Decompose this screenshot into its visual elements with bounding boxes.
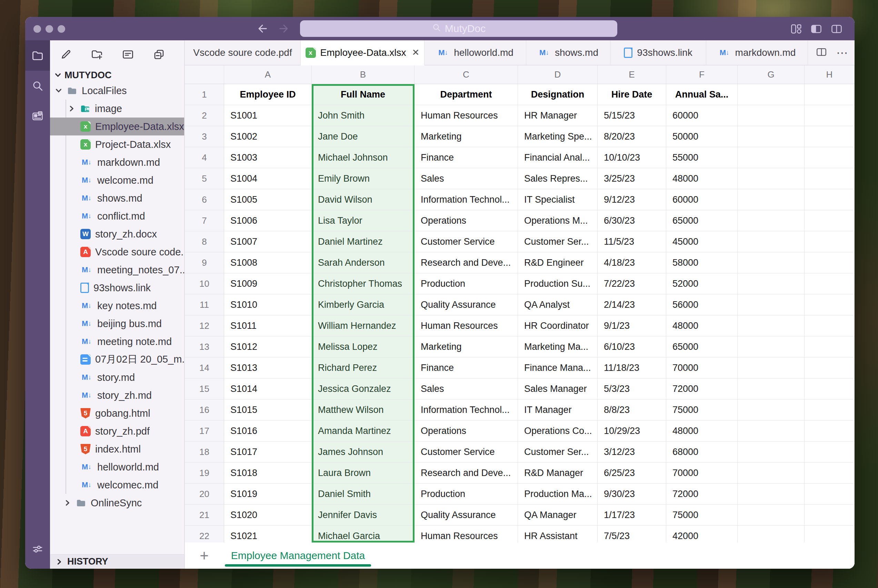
cell-G19[interactable]: [738, 462, 804, 483]
row-header-14[interactable]: 14: [185, 357, 224, 378]
row-header-11[interactable]: 11: [185, 294, 224, 315]
cell-G13[interactable]: [738, 336, 804, 357]
cell-H8[interactable]: [804, 231, 855, 252]
add-sheet-button[interactable]: +: [194, 547, 214, 564]
cell-C17[interactable]: Operations: [415, 420, 518, 441]
cell-H20[interactable]: [804, 484, 855, 504]
cell-E21[interactable]: 1/17/23: [598, 505, 666, 525]
cell-E17[interactable]: 10/29/23: [598, 420, 666, 441]
cell-B11[interactable]: Kimberly Garcia: [312, 294, 415, 315]
cell-B6[interactable]: David Wilson: [312, 189, 415, 210]
cell-G11[interactable]: [738, 294, 804, 315]
cell-E3[interactable]: 8/20/23: [598, 126, 666, 147]
tree-item-index-html[interactable]: 5index.html: [50, 440, 184, 458]
row-header-9[interactable]: 9: [185, 252, 224, 273]
column-header-C[interactable]: C: [415, 66, 518, 84]
cell-A10[interactable]: S1009: [224, 273, 312, 294]
tab-helloworld-md[interactable]: M↓helloworld.md: [424, 40, 526, 66]
new-folder-icon[interactable]: [91, 48, 103, 61]
cell-C15[interactable]: Sales: [415, 378, 518, 399]
close-window-button[interactable]: [33, 25, 41, 33]
cell-G15[interactable]: [738, 378, 804, 399]
tree-item-93shows-link[interactable]: 93shows.link: [50, 279, 184, 297]
cell-F11[interactable]: 56000: [666, 294, 738, 315]
cell-A15[interactable]: S1014: [224, 378, 312, 399]
cell-H10[interactable]: [804, 273, 855, 294]
cell-G20[interactable]: [738, 484, 804, 504]
tree-item-story-md[interactable]: M↓story.md: [50, 369, 184, 386]
cell-A5[interactable]: S1004: [224, 168, 312, 189]
cell-C5[interactable]: Sales: [415, 168, 518, 189]
cell-D6[interactable]: IT Specialist: [518, 189, 598, 210]
cell-A1[interactable]: Employee ID: [224, 84, 312, 105]
cell-H15[interactable]: [804, 378, 855, 399]
tree-item-shows-md[interactable]: M↓shows.md: [50, 189, 184, 207]
cell-C8[interactable]: Customer Service: [415, 231, 518, 252]
cell-B4[interactable]: Michael Johnson: [312, 147, 415, 168]
cell-G14[interactable]: [738, 357, 804, 378]
tree-item-story-zh-md[interactable]: M↓story_zh.md: [50, 386, 184, 404]
cell-D12[interactable]: HR Coordinator: [518, 315, 598, 336]
tree-item-localfiles[interactable]: LocalFiles: [50, 82, 184, 100]
cell-C13[interactable]: Marketing: [415, 336, 518, 357]
cell-E6[interactable]: 9/12/23: [598, 189, 666, 210]
cell-F21[interactable]: 75000: [666, 505, 738, 525]
cell-A7[interactable]: S1006: [224, 210, 312, 231]
cell-B9[interactable]: Sarah Anderson: [312, 252, 415, 273]
cell-C21[interactable]: Quality Assurance: [415, 505, 518, 525]
tree-item-vscode-soure-code-[interactable]: AVscode soure code...: [50, 243, 184, 261]
back-arrow-icon[interactable]: [256, 22, 269, 36]
cell-D11[interactable]: QA Analyst: [518, 294, 598, 315]
cell-C9[interactable]: Research and Deve...: [415, 252, 518, 273]
cell-F15[interactable]: 72000: [666, 378, 738, 399]
cell-H2[interactable]: [804, 105, 855, 126]
row-header-1[interactable]: 1: [185, 84, 224, 105]
cell-A19[interactable]: S1018: [224, 462, 312, 483]
chevron-right-icon[interactable]: [68, 105, 75, 112]
row-header-8[interactable]: 8: [185, 231, 224, 252]
cell-D15[interactable]: Sales Manager: [518, 378, 598, 399]
cell-F9[interactable]: 58000: [666, 252, 738, 273]
cell-E15[interactable]: 5/3/23: [598, 378, 666, 399]
activity-files-button[interactable]: [25, 40, 50, 70]
cell-C14[interactable]: Finance: [415, 357, 518, 378]
row-header-22[interactable]: 22: [185, 526, 224, 543]
cell-H13[interactable]: [804, 336, 855, 357]
cell-C4[interactable]: Finance: [415, 147, 518, 168]
cell-F17[interactable]: 48000: [666, 420, 738, 441]
cell-B2[interactable]: John Smith: [312, 105, 415, 126]
cell-D21[interactable]: QA Manager: [518, 505, 598, 525]
cell-H4[interactable]: [804, 147, 855, 168]
tree-item-key-notes-md[interactable]: M↓key notes.md: [50, 297, 184, 315]
cell-H6[interactable]: [804, 189, 855, 210]
cell-B8[interactable]: Daniel Martinez: [312, 231, 415, 252]
cell-F6[interactable]: 60000: [666, 189, 738, 210]
cell-G10[interactable]: [738, 273, 804, 294]
cell-E5[interactable]: 3/25/23: [598, 168, 666, 189]
tree-item-image[interactable]: image: [50, 100, 184, 117]
cell-D7[interactable]: Operations M...: [518, 210, 598, 231]
cell-F13[interactable]: 65000: [666, 336, 738, 357]
cell-E14[interactable]: 11/18/23: [598, 357, 666, 378]
cell-C7[interactable]: Operations: [415, 210, 518, 231]
cell-C1[interactable]: Department: [415, 84, 518, 105]
cell-B22[interactable]: Michael Garcia: [312, 526, 415, 543]
cell-D9[interactable]: R&D Engineer: [518, 252, 598, 273]
cell-F7[interactable]: 65000: [666, 210, 738, 231]
close-tab-icon[interactable]: ✕: [412, 47, 420, 58]
cell-B18[interactable]: James Johnson: [312, 441, 415, 462]
cell-G5[interactable]: [738, 168, 804, 189]
cell-G16[interactable]: [738, 399, 804, 420]
cell-A3[interactable]: S1002: [224, 126, 312, 147]
new-file-pencil-icon[interactable]: [60, 48, 72, 61]
cell-E10[interactable]: 7/22/23: [598, 273, 666, 294]
cell-G12[interactable]: [738, 315, 804, 336]
cell-B12[interactable]: William Hernandez: [312, 315, 415, 336]
cell-G4[interactable]: [738, 147, 804, 168]
cell-D18[interactable]: Customer Ser...: [518, 441, 598, 462]
cell-A11[interactable]: S1010: [224, 294, 312, 315]
cell-E8[interactable]: 11/5/23: [598, 231, 666, 252]
cell-A2[interactable]: S1001: [224, 105, 312, 126]
cell-E13[interactable]: 6/10/23: [598, 336, 666, 357]
search-input[interactable]: MutyDoc: [300, 20, 617, 37]
